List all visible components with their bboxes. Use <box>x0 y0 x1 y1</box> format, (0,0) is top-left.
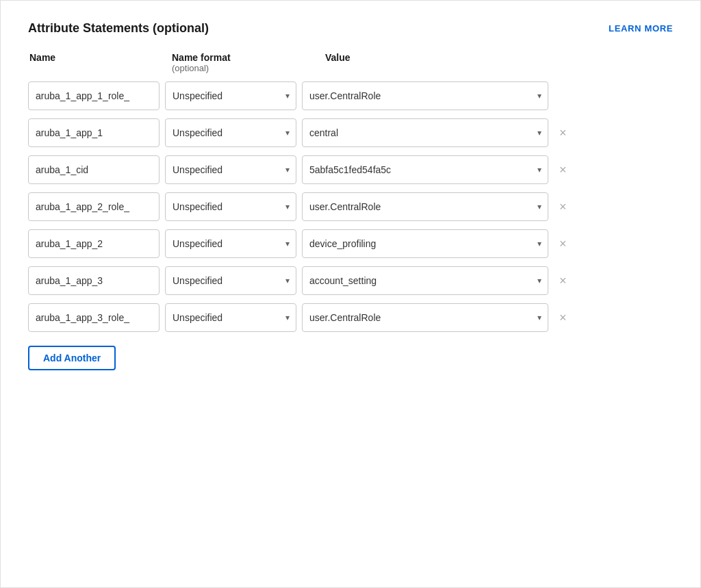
format-select[interactable]: UnspecifiedURI ReferenceBasicUnspecified <box>165 118 296 147</box>
value-select[interactable]: account_setting <box>302 266 548 295</box>
format-header-sub: (optional) <box>172 63 309 73</box>
format-select-wrapper: UnspecifiedURI ReferenceBasicUnspecified <box>165 266 296 295</box>
delete-row-button[interactable]: × <box>554 161 572 179</box>
value-select[interactable]: user.CentralRole <box>302 303 548 332</box>
format-select-wrapper: UnspecifiedURI ReferenceBasicUnspecified <box>165 192 296 221</box>
value-column-header: Value <box>325 52 350 63</box>
table-row: UnspecifiedURI ReferenceBasicUnspecified… <box>28 266 673 295</box>
format-select[interactable]: UnspecifiedURI ReferenceBasicUnspecified <box>165 303 296 332</box>
attribute-name-input[interactable] <box>28 118 160 147</box>
value-select-wrapper: user.CentralRole <box>302 303 548 332</box>
format-select[interactable]: UnspecifiedURI ReferenceBasicUnspecified <box>165 266 296 295</box>
table-row: UnspecifiedURI ReferenceBasicUnspecified… <box>28 303 673 332</box>
name-column-header: Name <box>29 52 166 63</box>
format-select-wrapper: UnspecifiedURI ReferenceBasicUnspecified <box>165 118 296 147</box>
format-select[interactable]: UnspecifiedURI ReferenceBasicUnspecified <box>165 192 296 221</box>
value-select-wrapper: user.CentralRole <box>302 81 548 110</box>
learn-more-link[interactable]: LEARN MORE <box>609 23 673 34</box>
value-select[interactable]: device_profiling <box>302 229 548 258</box>
value-select[interactable]: central <box>302 118 548 147</box>
format-select-wrapper: UnspecifiedURI ReferenceBasicUnspecified <box>165 229 296 258</box>
table-row: UnspecifiedURI ReferenceBasicUnspecified… <box>28 155 673 184</box>
format-header-label: Name format <box>172 52 309 63</box>
value-select[interactable]: user.CentralRole <box>302 81 548 110</box>
format-column-header: Name format (optional) <box>172 52 309 73</box>
format-select-wrapper: UnspecifiedURI ReferenceBasicUnspecified <box>165 155 296 184</box>
attribute-statements-section: Attribute Statements (optional) LEARN MO… <box>0 0 701 588</box>
attribute-name-input[interactable] <box>28 155 160 184</box>
value-select-wrapper: central <box>302 118 548 147</box>
attribute-name-input[interactable] <box>28 266 160 295</box>
format-select[interactable]: UnspecifiedURI ReferenceBasicUnspecified <box>165 81 296 110</box>
delete-row-button[interactable]: × <box>554 198 572 216</box>
delete-row-button[interactable]: × <box>554 272 572 290</box>
format-select-wrapper: UnspecifiedURI ReferenceBasicUnspecified <box>165 303 296 332</box>
attribute-name-input[interactable] <box>28 81 160 110</box>
delete-row-button[interactable]: × <box>554 309 572 327</box>
column-headers: Name Name format (optional) Value <box>28 52 673 73</box>
table-row: UnspecifiedURI ReferenceBasicUnspecified… <box>28 192 673 221</box>
table-row: UnspecifiedURI ReferenceBasicUnspecified… <box>28 81 673 110</box>
delete-row-button[interactable]: × <box>554 235 572 253</box>
format-select[interactable]: UnspecifiedURI ReferenceBasicUnspecified <box>165 155 296 184</box>
attribute-name-input[interactable] <box>28 303 160 332</box>
delete-row-button[interactable]: × <box>554 124 572 142</box>
attribute-rows: UnspecifiedURI ReferenceBasicUnspecified… <box>28 81 673 332</box>
value-select-wrapper: 5abfa5c1fed54fa5c <box>302 155 548 184</box>
add-another-button[interactable]: Add Another <box>28 346 116 370</box>
value-select-wrapper: user.CentralRole <box>302 192 548 221</box>
value-select[interactable]: user.CentralRole <box>302 192 548 221</box>
section-header: Attribute Statements (optional) LEARN MO… <box>28 21 673 36</box>
value-select[interactable]: 5abfa5c1fed54fa5c <box>302 155 548 184</box>
table-row: UnspecifiedURI ReferenceBasicUnspecified… <box>28 229 673 258</box>
value-select-wrapper: device_profiling <box>302 229 548 258</box>
format-select-wrapper: UnspecifiedURI ReferenceBasicUnspecified <box>165 81 296 110</box>
attribute-name-input[interactable] <box>28 229 160 258</box>
attribute-name-input[interactable] <box>28 192 160 221</box>
format-select[interactable]: UnspecifiedURI ReferenceBasicUnspecified <box>165 229 296 258</box>
value-select-wrapper: account_setting <box>302 266 548 295</box>
section-title: Attribute Statements (optional) <box>28 21 209 36</box>
table-row: UnspecifiedURI ReferenceBasicUnspecified… <box>28 118 673 147</box>
